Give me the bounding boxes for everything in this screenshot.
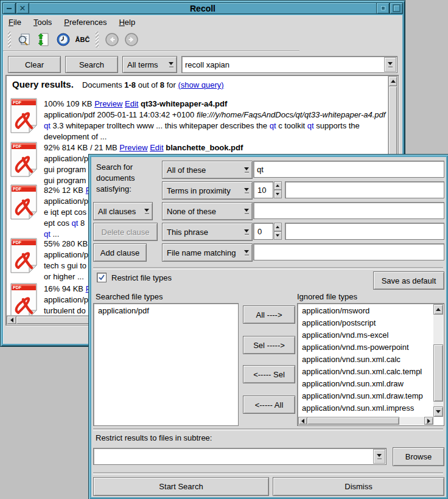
clause-type-combo[interactable]: File name matching bbox=[162, 243, 253, 262]
result-link[interactable]: Edit bbox=[150, 143, 163, 152]
clause-value-field[interactable] bbox=[254, 244, 444, 260]
text-segment: 8 bbox=[160, 80, 164, 89]
result-link[interactable]: (show query) bbox=[178, 80, 223, 89]
query-combo[interactable] bbox=[181, 56, 397, 73]
start-search-button[interactable]: Start Search bbox=[93, 477, 269, 496]
window-title: Recoll bbox=[29, 2, 376, 14]
maximize-icon bbox=[393, 4, 401, 12]
toolbar-handle[interactable] bbox=[96, 32, 99, 47]
scroll-right-button[interactable] bbox=[424, 417, 433, 425]
menu-tools[interactable]: Tools bbox=[33, 18, 52, 27]
clause-type-combo[interactable]: This phrase bbox=[162, 223, 253, 241]
save-as-default-button[interactable]: Save as default bbox=[373, 271, 444, 290]
query-input[interactable] bbox=[182, 57, 383, 72]
maximize-button[interactable] bbox=[390, 2, 403, 14]
proximity-spinbox[interactable]: 0 bbox=[253, 223, 282, 240]
spin-down-button[interactable] bbox=[274, 231, 282, 240]
ignored-hscrollbar[interactable] bbox=[298, 417, 433, 425]
chevron-down-icon[interactable] bbox=[373, 449, 385, 464]
clause-value-input[interactable] bbox=[253, 243, 444, 260]
subtree-input[interactable] bbox=[94, 448, 373, 464]
dialog-body: Search fordocumentssatisfying: All of th… bbox=[91, 157, 446, 497]
chevron-down-icon bbox=[241, 244, 252, 261]
result-link[interactable]: Edit bbox=[125, 99, 138, 108]
scroll-up-button[interactable] bbox=[388, 76, 397, 86]
clause-value-field[interactable] bbox=[254, 203, 444, 218]
spin-value[interactable]: 10 bbox=[253, 181, 273, 198]
clear-button[interactable]: Clear bbox=[8, 56, 61, 73]
browse-button[interactable]: Browse bbox=[393, 447, 444, 466]
term-mode-combo[interactable]: All terms bbox=[122, 56, 177, 73]
svg-text:PDF: PDF bbox=[13, 144, 22, 148]
restrict-filetypes-checkbox[interactable] bbox=[97, 273, 107, 282]
result-link[interactable]: Preview bbox=[94, 99, 122, 108]
clause-value-input[interactable] bbox=[253, 161, 444, 178]
clause-value-input[interactable] bbox=[285, 181, 444, 198]
move-sel-left-button[interactable]: <----- Sel bbox=[243, 365, 295, 383]
ignored-filetype-item[interactable]: application/msword bbox=[299, 305, 433, 317]
restrict-filetypes-row: Restrict file types bbox=[97, 273, 172, 282]
spin-up-button[interactable] bbox=[274, 181, 282, 190]
searched-filetypes-list[interactable]: application/pdf bbox=[93, 303, 239, 426]
search-doc-icon[interactable] bbox=[16, 32, 32, 48]
term-explorer-icon[interactable]: ÅBĈ bbox=[74, 32, 91, 48]
clause-conjunct-combo[interactable]: All clauses bbox=[93, 202, 153, 220]
result-link[interactable]: Preview bbox=[119, 143, 147, 152]
clause-value-field[interactable] bbox=[285, 182, 444, 198]
update-index-icon[interactable] bbox=[35, 32, 52, 48]
menu-file[interactable]: File bbox=[9, 18, 21, 27]
ignored-filetypes-list[interactable]: application/mswordapplication/postscript… bbox=[297, 303, 444, 426]
ignored-filetype-item[interactable]: application/vnd.ms-excel bbox=[299, 329, 433, 341]
move-all-right-button[interactable]: All ----> bbox=[243, 305, 295, 324]
ignored-filetype-item[interactable]: application/postscript bbox=[299, 317, 433, 329]
dismiss-button[interactable]: Dismiss bbox=[273, 477, 444, 496]
scroll-thumb[interactable] bbox=[307, 417, 399, 425]
spin-down-button[interactable] bbox=[274, 190, 282, 198]
move-all-left-button[interactable]: <----- All bbox=[243, 396, 295, 414]
ignored-filetype-item[interactable]: application/vnd.sun.xml.draw bbox=[299, 378, 433, 390]
separator bbox=[93, 472, 443, 475]
scroll-left-button[interactable] bbox=[298, 417, 307, 425]
ignored-vscrollbar[interactable] bbox=[433, 304, 443, 417]
ignored-filetype-item[interactable]: application/vnd.sun.xml.impress bbox=[299, 402, 433, 414]
iconify-button[interactable] bbox=[376, 2, 390, 14]
pdf-icon: PDF bbox=[10, 184, 38, 220]
clause-type-combo[interactable]: None of these bbox=[162, 202, 253, 220]
clause-value-input[interactable] bbox=[285, 223, 444, 240]
pdf-icon: PDF bbox=[10, 97, 38, 134]
window-menu-button[interactable] bbox=[2, 2, 16, 14]
clause-value-field[interactable] bbox=[285, 223, 444, 239]
sort-by-date-icon[interactable] bbox=[55, 32, 71, 48]
clause-value-input[interactable] bbox=[253, 202, 444, 219]
scroll-up-button[interactable] bbox=[433, 304, 443, 315]
scroll-thumb[interactable] bbox=[433, 344, 443, 402]
spin-up-button[interactable] bbox=[274, 223, 282, 231]
scroll-left-button[interactable] bbox=[7, 316, 16, 324]
titlebar[interactable]: ✕ Recoll bbox=[2, 2, 403, 14]
clause-type-combo[interactable]: Terms in proximity bbox=[162, 181, 253, 200]
back-icon[interactable] bbox=[103, 32, 120, 48]
close-button[interactable]: ✕ bbox=[16, 2, 29, 14]
delete-clause-button[interactable]: Delete clause bbox=[93, 223, 158, 241]
ignored-filetype-item[interactable]: application/vnd.sun.xml.calc bbox=[299, 354, 433, 366]
subtree-combo[interactable] bbox=[93, 448, 387, 465]
menu-preferences[interactable]: Preferences bbox=[64, 18, 107, 27]
searched-filetype-item[interactable]: application/pdf bbox=[95, 305, 237, 317]
search-button[interactable]: Search bbox=[65, 56, 118, 73]
ignored-filetype-item[interactable]: application/vnd.ms-powerpoint bbox=[299, 341, 433, 354]
add-clause-button[interactable]: Add clause bbox=[93, 243, 147, 262]
spin-value[interactable]: 0 bbox=[253, 223, 273, 240]
proximity-spinbox[interactable]: 10 bbox=[253, 181, 282, 198]
text-segment: application/pdf bbox=[44, 295, 95, 304]
text-segment: out of bbox=[136, 80, 160, 89]
chevron-down-icon[interactable] bbox=[384, 57, 396, 72]
move-sel-right-button[interactable]: Sel -----> bbox=[243, 336, 295, 354]
clause-type-combo[interactable]: All of these bbox=[162, 161, 253, 179]
scroll-down-button[interactable] bbox=[433, 407, 443, 417]
forward-icon[interactable] bbox=[123, 32, 139, 48]
menu-help[interactable]: Help bbox=[119, 18, 135, 27]
ignored-filetype-item[interactable]: application/vnd.sun.xml.calc.templ bbox=[299, 366, 433, 378]
toolbar-handle[interactable] bbox=[8, 32, 11, 47]
clause-value-field[interactable] bbox=[254, 161, 444, 177]
ignored-filetype-item[interactable]: application/vnd.sun.xml.draw.temp bbox=[299, 390, 433, 402]
